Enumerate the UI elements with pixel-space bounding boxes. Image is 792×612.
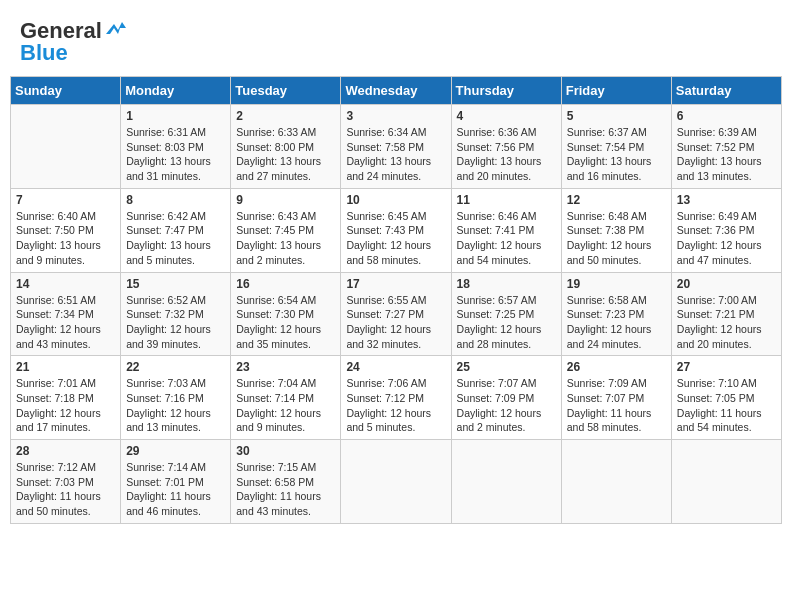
calendar-cell: 17Sunrise: 6:55 AM Sunset: 7:27 PM Dayli… [341,272,451,356]
day-number: 15 [126,277,225,291]
weekday-header-saturday: Saturday [671,77,781,105]
calendar-cell: 9Sunrise: 6:43 AM Sunset: 7:45 PM Daylig… [231,188,341,272]
day-number: 2 [236,109,335,123]
calendar-cell: 25Sunrise: 7:07 AM Sunset: 7:09 PM Dayli… [451,356,561,440]
day-info: Sunrise: 7:00 AM Sunset: 7:21 PM Dayligh… [677,293,776,352]
calendar-cell: 27Sunrise: 7:10 AM Sunset: 7:05 PM Dayli… [671,356,781,440]
calendar-cell: 13Sunrise: 6:49 AM Sunset: 7:36 PM Dayli… [671,188,781,272]
svg-marker-0 [106,22,126,34]
day-info: Sunrise: 6:57 AM Sunset: 7:25 PM Dayligh… [457,293,556,352]
day-info: Sunrise: 6:52 AM Sunset: 7:32 PM Dayligh… [126,293,225,352]
day-info: Sunrise: 7:10 AM Sunset: 7:05 PM Dayligh… [677,376,776,435]
calendar-cell: 10Sunrise: 6:45 AM Sunset: 7:43 PM Dayli… [341,188,451,272]
calendar-table: SundayMondayTuesdayWednesdayThursdayFrid… [10,76,782,524]
day-number: 12 [567,193,666,207]
logo: General Blue [20,18,126,66]
day-number: 7 [16,193,115,207]
calendar-cell: 23Sunrise: 7:04 AM Sunset: 7:14 PM Dayli… [231,356,341,440]
day-number: 22 [126,360,225,374]
day-info: Sunrise: 7:06 AM Sunset: 7:12 PM Dayligh… [346,376,445,435]
day-info: Sunrise: 6:40 AM Sunset: 7:50 PM Dayligh… [16,209,115,268]
calendar-cell: 5Sunrise: 6:37 AM Sunset: 7:54 PM Daylig… [561,105,671,189]
day-number: 6 [677,109,776,123]
day-info: Sunrise: 6:48 AM Sunset: 7:38 PM Dayligh… [567,209,666,268]
day-number: 25 [457,360,556,374]
calendar-cell [671,440,781,524]
day-info: Sunrise: 6:51 AM Sunset: 7:34 PM Dayligh… [16,293,115,352]
calendar-cell: 7Sunrise: 6:40 AM Sunset: 7:50 PM Daylig… [11,188,121,272]
day-number: 18 [457,277,556,291]
logo-bird-icon [104,20,126,38]
weekday-header-monday: Monday [121,77,231,105]
day-number: 4 [457,109,556,123]
calendar-cell: 20Sunrise: 7:00 AM Sunset: 7:21 PM Dayli… [671,272,781,356]
day-info: Sunrise: 7:09 AM Sunset: 7:07 PM Dayligh… [567,376,666,435]
day-number: 3 [346,109,445,123]
day-info: Sunrise: 7:03 AM Sunset: 7:16 PM Dayligh… [126,376,225,435]
calendar-cell [451,440,561,524]
calendar-cell: 24Sunrise: 7:06 AM Sunset: 7:12 PM Dayli… [341,356,451,440]
day-info: Sunrise: 7:12 AM Sunset: 7:03 PM Dayligh… [16,460,115,519]
day-info: Sunrise: 6:54 AM Sunset: 7:30 PM Dayligh… [236,293,335,352]
day-number: 28 [16,444,115,458]
day-info: Sunrise: 7:14 AM Sunset: 7:01 PM Dayligh… [126,460,225,519]
day-info: Sunrise: 6:34 AM Sunset: 7:58 PM Dayligh… [346,125,445,184]
day-info: Sunrise: 6:55 AM Sunset: 7:27 PM Dayligh… [346,293,445,352]
day-number: 30 [236,444,335,458]
day-info: Sunrise: 7:07 AM Sunset: 7:09 PM Dayligh… [457,376,556,435]
calendar-cell: 14Sunrise: 6:51 AM Sunset: 7:34 PM Dayli… [11,272,121,356]
day-number: 21 [16,360,115,374]
calendar-cell: 18Sunrise: 6:57 AM Sunset: 7:25 PM Dayli… [451,272,561,356]
weekday-header-sunday: Sunday [11,77,121,105]
weekday-header-tuesday: Tuesday [231,77,341,105]
calendar-cell [11,105,121,189]
day-info: Sunrise: 7:04 AM Sunset: 7:14 PM Dayligh… [236,376,335,435]
day-info: Sunrise: 6:46 AM Sunset: 7:41 PM Dayligh… [457,209,556,268]
calendar-cell: 6Sunrise: 6:39 AM Sunset: 7:52 PM Daylig… [671,105,781,189]
calendar-cell: 8Sunrise: 6:42 AM Sunset: 7:47 PM Daylig… [121,188,231,272]
day-info: Sunrise: 6:36 AM Sunset: 7:56 PM Dayligh… [457,125,556,184]
calendar-cell: 2Sunrise: 6:33 AM Sunset: 8:00 PM Daylig… [231,105,341,189]
day-info: Sunrise: 6:31 AM Sunset: 8:03 PM Dayligh… [126,125,225,184]
day-number: 17 [346,277,445,291]
calendar-week-row: 21Sunrise: 7:01 AM Sunset: 7:18 PM Dayli… [11,356,782,440]
weekday-header-thursday: Thursday [451,77,561,105]
weekday-header-row: SundayMondayTuesdayWednesdayThursdayFrid… [11,77,782,105]
day-info: Sunrise: 7:01 AM Sunset: 7:18 PM Dayligh… [16,376,115,435]
weekday-header-friday: Friday [561,77,671,105]
day-number: 27 [677,360,776,374]
day-number: 24 [346,360,445,374]
day-number: 23 [236,360,335,374]
calendar-cell: 26Sunrise: 7:09 AM Sunset: 7:07 PM Dayli… [561,356,671,440]
calendar-cell: 1Sunrise: 6:31 AM Sunset: 8:03 PM Daylig… [121,105,231,189]
day-number: 14 [16,277,115,291]
calendar-cell: 16Sunrise: 6:54 AM Sunset: 7:30 PM Dayli… [231,272,341,356]
day-info: Sunrise: 6:42 AM Sunset: 7:47 PM Dayligh… [126,209,225,268]
day-number: 13 [677,193,776,207]
day-number: 1 [126,109,225,123]
calendar-cell: 3Sunrise: 6:34 AM Sunset: 7:58 PM Daylig… [341,105,451,189]
calendar-cell: 19Sunrise: 6:58 AM Sunset: 7:23 PM Dayli… [561,272,671,356]
calendar-week-row: 28Sunrise: 7:12 AM Sunset: 7:03 PM Dayli… [11,440,782,524]
calendar-week-row: 1Sunrise: 6:31 AM Sunset: 8:03 PM Daylig… [11,105,782,189]
calendar-cell: 15Sunrise: 6:52 AM Sunset: 7:32 PM Dayli… [121,272,231,356]
logo-blue: Blue [20,40,68,66]
day-info: Sunrise: 6:49 AM Sunset: 7:36 PM Dayligh… [677,209,776,268]
calendar-cell [341,440,451,524]
calendar-cell: 22Sunrise: 7:03 AM Sunset: 7:16 PM Dayli… [121,356,231,440]
calendar-cell: 28Sunrise: 7:12 AM Sunset: 7:03 PM Dayli… [11,440,121,524]
day-number: 19 [567,277,666,291]
calendar-cell [561,440,671,524]
day-number: 9 [236,193,335,207]
day-number: 10 [346,193,445,207]
day-number: 26 [567,360,666,374]
calendar-cell: 29Sunrise: 7:14 AM Sunset: 7:01 PM Dayli… [121,440,231,524]
day-number: 29 [126,444,225,458]
day-number: 16 [236,277,335,291]
day-info: Sunrise: 6:37 AM Sunset: 7:54 PM Dayligh… [567,125,666,184]
calendar-cell: 4Sunrise: 6:36 AM Sunset: 7:56 PM Daylig… [451,105,561,189]
calendar-cell: 21Sunrise: 7:01 AM Sunset: 7:18 PM Dayli… [11,356,121,440]
calendar-cell: 30Sunrise: 7:15 AM Sunset: 6:58 PM Dayli… [231,440,341,524]
day-number: 8 [126,193,225,207]
calendar-cell: 12Sunrise: 6:48 AM Sunset: 7:38 PM Dayli… [561,188,671,272]
